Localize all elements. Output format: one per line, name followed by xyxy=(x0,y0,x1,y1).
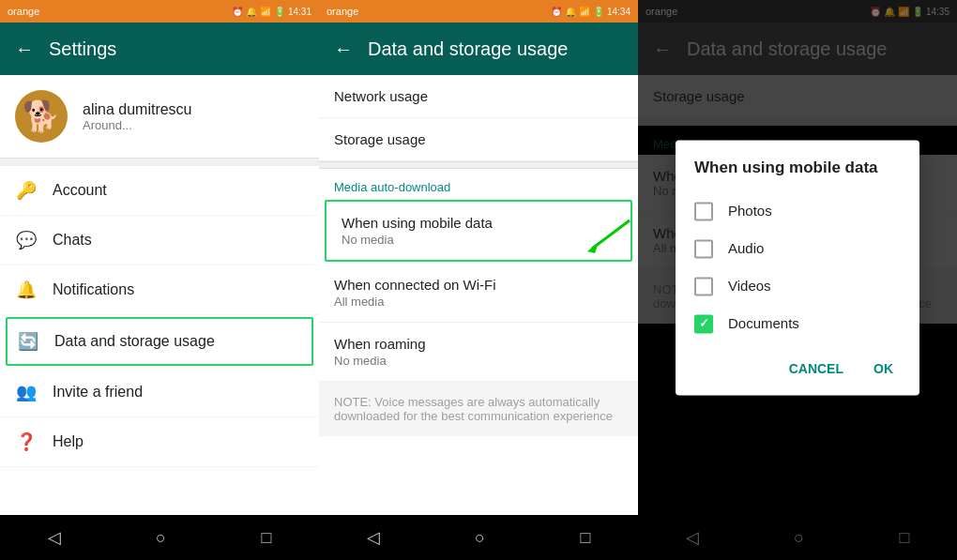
dialog-actions: CANCEL OK xyxy=(676,342,919,395)
help-label: Help xyxy=(53,433,304,450)
audio-checkbox[interactable] xyxy=(694,239,713,258)
storage-usage-title: Storage usage xyxy=(334,131,623,147)
profile-status: Around... xyxy=(83,118,304,132)
settings-title: Settings xyxy=(49,38,304,60)
videos-checkbox[interactable] xyxy=(694,277,713,295)
notifications-label: Notifications xyxy=(53,281,304,298)
wifi-item[interactable]: When connected on Wi-Fi All media xyxy=(319,264,638,323)
carrier-2: orange xyxy=(327,6,358,17)
nav-bar-1: ◁ ○ □ xyxy=(0,515,319,560)
data-storage-label: Data and storage usage xyxy=(54,333,302,350)
documents-checkbox[interactable] xyxy=(694,314,713,333)
avatar: 🐕 xyxy=(15,90,68,143)
data-storage-dialog-panel: orange ⏰ 🔔 📶 🔋 14:35 ← Data and storage … xyxy=(638,0,957,560)
dialog-option-videos[interactable]: Videos xyxy=(676,267,919,305)
chat-icon: 💬 xyxy=(15,229,38,251)
status-bar-2: orange ⏰ 🔔 📶 🔋 14:34 xyxy=(319,0,638,23)
settings-toolbar: ← Settings xyxy=(0,23,319,75)
nav-back-1[interactable]: ◁ xyxy=(48,527,61,548)
data-storage-panel: orange ⏰ 🔔 📶 🔋 14:34 ← Data and storage … xyxy=(319,0,638,560)
settings-item-account[interactable]: 🔑 Account xyxy=(0,166,319,216)
mobile-data-subtitle: No media xyxy=(342,233,615,247)
settings-item-notifications[interactable]: 🔔 Notifications xyxy=(0,265,319,315)
people-icon: 👥 xyxy=(15,381,38,403)
ok-button[interactable]: OK xyxy=(862,354,904,384)
bell-icon: 🔔 xyxy=(15,279,38,301)
nav-recent-1[interactable]: □ xyxy=(261,528,271,548)
data-storage-title: Data and storage usage xyxy=(368,38,623,60)
invite-label: Invite a friend xyxy=(53,384,304,401)
settings-item-help[interactable]: ❓ Help xyxy=(0,417,319,467)
roaming-item[interactable]: When roaming No media xyxy=(319,323,638,382)
videos-label: Videos xyxy=(728,278,771,294)
settings-list: 🔑 Account 💬 Chats 🔔 Notifications 🔄 Data… xyxy=(0,166,319,515)
cancel-button[interactable]: CANCEL xyxy=(778,354,855,384)
nav-back-2[interactable]: ◁ xyxy=(367,527,380,548)
storage-usage-item[interactable]: Storage usage xyxy=(319,118,638,161)
nav-home-2[interactable]: ○ xyxy=(475,528,485,548)
nav-home-1[interactable]: ○ xyxy=(156,528,166,548)
nav-bar-2: ◁ ○ □ xyxy=(319,515,638,560)
chats-label: Chats xyxy=(53,232,304,249)
dialog-option-audio[interactable]: Audio xyxy=(676,230,919,267)
carrier-1: orange xyxy=(8,6,39,17)
settings-panel: orange ⏰ 🔔 📶 🔋 14:31 ← Settings 🐕 alina … xyxy=(0,0,319,560)
profile-name: alina dumitrescu xyxy=(83,101,304,118)
settings-item-chats[interactable]: 💬 Chats xyxy=(0,216,319,265)
note-section-2: NOTE: Voice messages are always automati… xyxy=(319,382,638,436)
mobile-data-dialog: When using mobile data Photos Audio Vide… xyxy=(676,140,919,395)
photos-label: Photos xyxy=(728,203,772,219)
dialog-option-documents[interactable]: Documents xyxy=(676,305,919,342)
dialog-title: When using mobile data xyxy=(676,159,919,192)
roaming-title: When roaming xyxy=(334,336,623,352)
profile-section[interactable]: 🐕 alina dumitrescu Around... xyxy=(0,75,319,159)
mobile-data-title: When using mobile data xyxy=(342,215,615,231)
documents-label: Documents xyxy=(728,315,799,331)
section-divider-2 xyxy=(319,161,638,169)
network-usage-item[interactable]: Network usage xyxy=(319,75,638,118)
dialog-option-photos[interactable]: Photos xyxy=(676,192,919,230)
wifi-subtitle: All media xyxy=(334,295,623,309)
status-icons-2: ⏰ 🔔 📶 🔋 14:34 xyxy=(551,7,630,17)
mobile-data-item[interactable]: When using mobile data No media xyxy=(325,200,632,262)
settings-item-data-storage[interactable]: 🔄 Data and storage usage xyxy=(6,317,313,366)
data-storage-toolbar: ← Data and storage usage xyxy=(319,23,638,75)
nav-recent-2[interactable]: □ xyxy=(580,528,590,548)
profile-info: alina dumitrescu Around... xyxy=(83,101,304,132)
media-auto-download-header: Media auto-download xyxy=(319,169,638,198)
status-bar-1: orange ⏰ 🔔 📶 🔋 14:31 xyxy=(0,0,319,23)
photos-checkbox[interactable] xyxy=(694,202,713,220)
audio-label: Audio xyxy=(728,240,764,256)
back-button-1[interactable]: ← xyxy=(15,38,34,60)
account-label: Account xyxy=(53,182,304,199)
status-icons-1: ⏰ 🔔 📶 🔋 14:31 xyxy=(232,7,311,17)
menu-list-2: Network usage Storage usage Media auto-d… xyxy=(319,75,638,515)
network-usage-title: Network usage xyxy=(334,88,623,104)
key-icon: 🔑 xyxy=(15,179,38,202)
settings-item-invite[interactable]: 👥 Invite a friend xyxy=(0,368,319,417)
help-icon: ❓ xyxy=(15,431,38,453)
wifi-title: When connected on Wi-Fi xyxy=(334,277,623,293)
back-button-2[interactable]: ← xyxy=(334,38,353,60)
sync-icon: 🔄 xyxy=(17,330,39,353)
roaming-subtitle: No media xyxy=(334,354,623,368)
